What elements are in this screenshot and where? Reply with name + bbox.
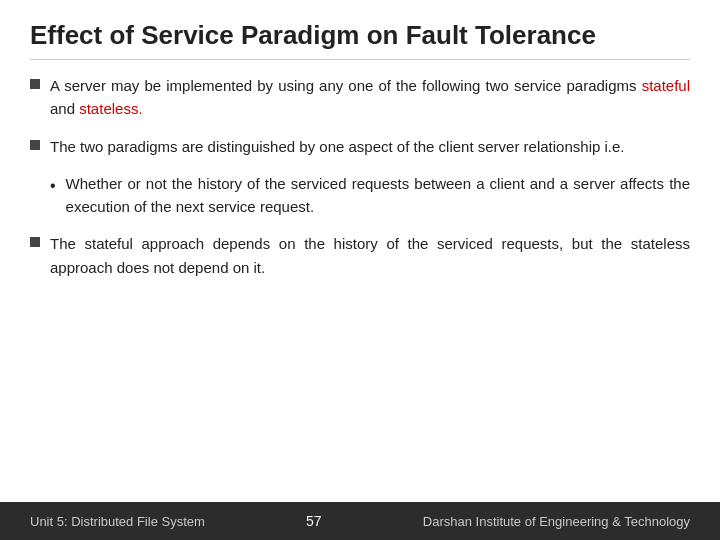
main-content: Effect of Service Paradigm on Fault Tole… [0, 0, 720, 502]
sub-bullet-text: Whether or not the history of the servic… [66, 172, 690, 219]
sub-bullet-container: • Whether or not the history of the serv… [50, 172, 690, 219]
page-title: Effect of Service Paradigm on Fault Tole… [30, 20, 690, 60]
sub-bullet-dot: • [50, 174, 56, 199]
bullet-square-2 [30, 140, 40, 150]
footer-center: 57 [306, 513, 322, 529]
bullet1-text-before: A server may be implemented by using any… [50, 77, 642, 94]
stateful-highlight: stateful [642, 77, 690, 94]
footer: Unit 5: Distributed File System 57 Darsh… [0, 502, 720, 540]
bullet-text-3: The stateful approach depends on the his… [50, 232, 690, 279]
bullet-item-1: A server may be implemented by using any… [30, 74, 690, 121]
bullet-item-3: The stateful approach depends on the his… [30, 232, 690, 279]
bullet-square-3 [30, 237, 40, 247]
bullet-text-2: The two paradigms are distinguished by o… [50, 135, 690, 158]
bullet-square-1 [30, 79, 40, 89]
footer-left: Unit 5: Distributed File System [30, 514, 205, 529]
bullet1-text-middle: and [50, 100, 79, 117]
sub-bullet-item: • Whether or not the history of the serv… [50, 172, 690, 219]
bullet-text-1: A server may be implemented by using any… [50, 74, 690, 121]
stateless-highlight: stateless. [79, 100, 142, 117]
bullet-item-2: The two paradigms are distinguished by o… [30, 135, 690, 158]
footer-right: Darshan Institute of Engineering & Techn… [423, 514, 690, 529]
content-area: A server may be implemented by using any… [30, 74, 690, 486]
